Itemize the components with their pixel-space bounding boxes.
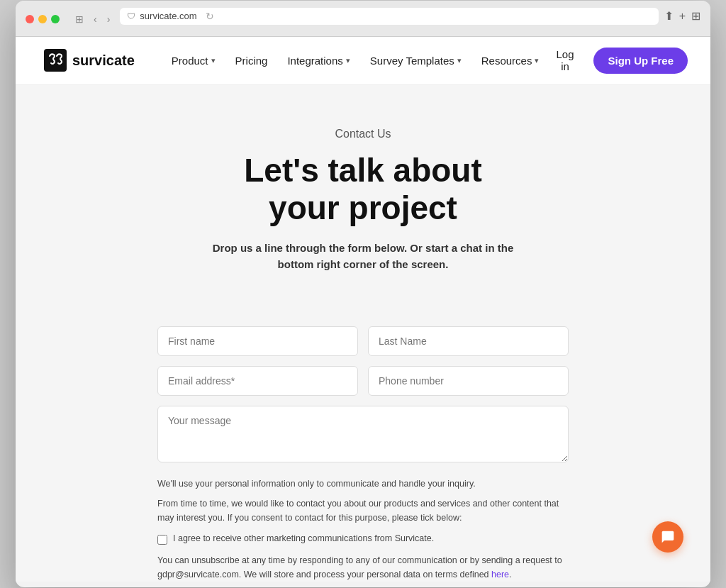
marketing-consent-label: I agree to receive other marketing commu… xyxy=(173,533,434,543)
logo-text: survicate xyxy=(72,52,135,69)
traffic-lights xyxy=(26,15,60,23)
signup-button[interactable]: Sign Up Free xyxy=(593,48,688,74)
share-button[interactable]: ⬆ xyxy=(664,9,674,23)
first-name-input[interactable] xyxy=(157,326,358,356)
back-button[interactable]: ‹ xyxy=(91,12,100,26)
security-icon: 🛡 xyxy=(127,11,135,21)
privacy-section: We'll use your personal information only… xyxy=(143,477,583,582)
close-button[interactable] xyxy=(26,15,34,23)
hero-title-line1: Let's talk about xyxy=(244,152,482,189)
new-tab-button[interactable]: + xyxy=(679,9,686,23)
nav-item-integrations[interactable]: Integrations ▾ xyxy=(279,49,358,72)
last-name-input[interactable] xyxy=(368,326,569,356)
nav-item-resources[interactable]: Resources ▾ xyxy=(473,49,548,72)
nav-label-resources: Resources xyxy=(481,55,532,67)
sidebar-toggle-button[interactable]: ⊞ xyxy=(72,12,86,26)
navbar: survicate Product ▾ Pricing Integrations… xyxy=(16,37,710,85)
url-text: survicate.com xyxy=(140,11,196,21)
hero-label: Contact Us xyxy=(30,128,696,140)
email-input[interactable] xyxy=(157,366,358,396)
marketing-consent-row: I agree to receive other marketing commu… xyxy=(157,533,569,545)
nav-links: Product ▾ Pricing Integrations ▾ Survey … xyxy=(163,49,548,72)
address-bar[interactable]: 🛡 survicate.com ↻ xyxy=(120,8,658,25)
privacy-link[interactable]: here xyxy=(491,570,509,579)
chat-icon xyxy=(661,530,675,544)
message-textarea[interactable] xyxy=(157,406,569,462)
logo[interactable]: survicate xyxy=(44,49,135,72)
message-field xyxy=(157,406,569,465)
hero-title: Let's talk about your project xyxy=(30,152,696,227)
privacy-text-3: You can unsubscribe at any time by respo… xyxy=(157,553,569,582)
nav-item-survey-templates[interactable]: Survey Templates ▾ xyxy=(362,49,470,72)
browser-nav-controls: ⊞ ‹ › xyxy=(72,12,113,26)
first-name-field xyxy=(157,326,358,356)
maximize-button[interactable] xyxy=(51,15,60,23)
page-content: survicate Product ▾ Pricing Integrations… xyxy=(16,37,710,582)
browser-chrome: ⊞ ‹ › 🛡 survicate.com ↻ ⬆ + ⊞ xyxy=(16,1,710,37)
phone-input[interactable] xyxy=(368,366,569,396)
nav-actions: Log in Sign Up Free xyxy=(547,43,688,78)
chevron-down-icon: ▾ xyxy=(346,56,350,65)
browser-action-buttons: ⬆ + ⊞ xyxy=(664,9,700,23)
form-row-contact xyxy=(157,366,569,396)
logo-icon xyxy=(44,49,67,72)
nav-label-survey-templates: Survey Templates xyxy=(370,55,454,67)
nav-label-pricing: Pricing xyxy=(235,55,268,67)
svg-rect-0 xyxy=(44,49,67,72)
chevron-down-icon: ▾ xyxy=(457,56,462,65)
email-field xyxy=(157,366,358,396)
marketing-consent-checkbox[interactable] xyxy=(157,535,167,545)
hero-subtitle: Drop us a line through the form below. O… xyxy=(207,240,519,272)
nav-label-integrations: Integrations xyxy=(287,55,342,67)
nav-label-product: Product xyxy=(172,55,208,67)
phone-field xyxy=(368,366,569,396)
hero-section: Contact Us Let's talk about your project… xyxy=(16,85,710,301)
nav-item-pricing[interactable]: Pricing xyxy=(227,49,277,72)
privacy-text-1: We'll use your personal information only… xyxy=(157,477,569,491)
reload-icon[interactable]: ↻ xyxy=(206,11,214,22)
nav-item-product[interactable]: Product ▾ xyxy=(163,49,224,72)
contact-form xyxy=(143,326,583,465)
chevron-down-icon: ▾ xyxy=(211,56,216,65)
form-row-message xyxy=(157,406,569,465)
tab-grid-button[interactable]: ⊞ xyxy=(691,9,700,23)
chat-button[interactable] xyxy=(652,521,683,553)
hero-title-line2: your project xyxy=(269,189,457,226)
chevron-down-icon: ▾ xyxy=(535,56,539,65)
last-name-field xyxy=(368,326,569,356)
minimize-button[interactable] xyxy=(38,15,47,23)
forward-button[interactable]: › xyxy=(104,12,113,26)
privacy-text-2: From time to time, we would like to cont… xyxy=(157,497,569,525)
login-button[interactable]: Log in xyxy=(547,43,582,78)
form-row-name xyxy=(157,326,569,356)
